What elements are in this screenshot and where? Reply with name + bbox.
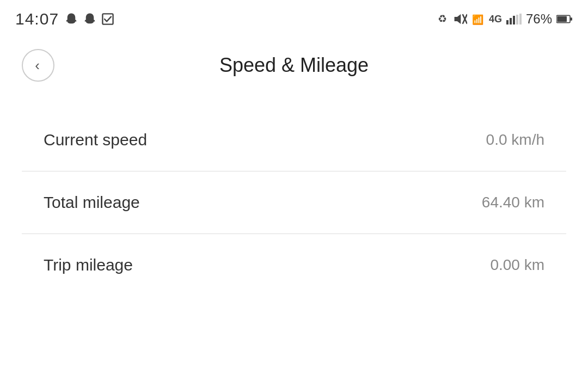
svg-rect-7 [510, 18, 512, 24]
svg-rect-13 [557, 16, 567, 22]
battery-percent: 76% [526, 11, 552, 27]
header: ‹ Speed & Mileage [0, 38, 588, 93]
total-mileage-value: 64.40 km [482, 194, 544, 211]
trip-mileage-row: Trip mileage 0.00 km [0, 234, 588, 296]
signal-bars-icon [506, 13, 522, 25]
total-mileage-row: Total mileage 64.40 km [0, 171, 588, 233]
trip-mileage-label: Trip mileage [44, 256, 133, 274]
current-speed-row: Current speed 0.0 km/h [0, 109, 588, 171]
snapchat-ghost-1-icon [64, 12, 78, 26]
trip-mileage-value: 0.00 km [490, 256, 544, 274]
checkbox-icon [101, 13, 114, 26]
back-chevron-icon: ‹ [35, 57, 40, 74]
back-button[interactable]: ‹ [22, 49, 54, 82]
snapchat-ghost-2-icon [83, 12, 97, 26]
status-right: ♻ 📶 4G 76% [436, 11, 573, 27]
battery-icon [556, 14, 573, 24]
status-left: 14:07 [15, 10, 114, 28]
svg-rect-9 [516, 15, 518, 24]
status-left-icons [64, 12, 114, 26]
svg-rect-12 [570, 17, 572, 20]
svg-marker-2 [455, 14, 461, 24]
4g-label: 4G [489, 14, 502, 25]
current-speed-label: Current speed [44, 131, 147, 149]
content-area: Current speed 0.0 km/h Total mileage 64.… [0, 93, 588, 312]
mute-icon [453, 13, 467, 25]
svg-text:📶: 📶 [472, 14, 484, 26]
svg-rect-8 [513, 16, 515, 24]
svg-rect-6 [506, 20, 509, 24]
status-bar: 14:07 ♻ 📶 [0, 0, 588, 38]
status-time: 14:07 [15, 10, 59, 28]
total-mileage-label: Total mileage [44, 193, 140, 212]
recycle-icon: ♻ [436, 13, 449, 26]
page-title: Speed & Mileage [219, 54, 369, 77]
phone-signal-icon: 📶 [471, 13, 485, 26]
current-speed-value: 0.0 km/h [486, 131, 544, 149]
svg-rect-10 [519, 14, 522, 24]
svg-text:♻: ♻ [437, 13, 446, 24]
